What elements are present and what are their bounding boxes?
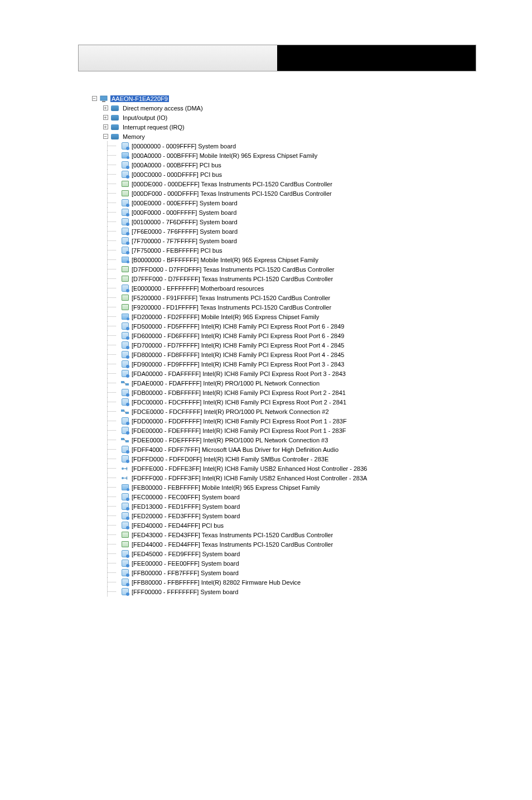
memory-range-label: [FD600000 - FD6FFFFF] Intel(R) ICH8 Fami… [132,332,344,339]
network-adapter-icon [120,407,129,416]
device-icon [120,388,129,397]
memory-resource-row[interactable]: [00000000 - 0009FFFF] System board [78,141,532,151]
collapse-icon[interactable]: − [100,132,110,141]
device-icon [120,521,129,530]
memory-resource-row[interactable]: [000A0000 - 000BFFFF] PCI bus [78,160,532,170]
display-adapter-icon [120,312,129,321]
memory-range-label: [FDA00000 - FDAFFFFF] Intel(R) ICH8 Fami… [132,370,346,377]
memory-resource-row[interactable]: [FEC00000 - FEC00FFF] System board [78,492,532,502]
memory-range-label: [000A0000 - 000BFFFF] PCI bus [132,162,221,168]
memory-resource-row[interactable]: [000C0000 - 000DFFFF] PCI bus [78,170,532,179]
memory-resource-row[interactable]: [FD600000 - FD6FFFFF] Intel(R) ICH8 Fami… [78,331,532,340]
svg-rect-3 [125,383,129,385]
device-icon [120,142,129,151]
device-icon [120,341,129,350]
memory-resource-row[interactable]: [FED13000 - FED1FFFF] System board [78,502,532,511]
header-right-panel [277,45,476,71]
device-icon [120,284,129,293]
memory-resource-row[interactable]: [7F6E0000 - 7F6FFFFF] System board [78,226,532,236]
svg-rect-1 [102,101,105,102]
hardware-category-icon [110,104,119,113]
memory-resource-row[interactable]: [FDE00000 - FDEFFFFF] Intel(R) ICH8 Fami… [78,426,532,435]
memory-range-label: [FD700000 - FD7FFFFF] Intel(R) ICH8 Fami… [132,342,344,349]
memory-resource-row[interactable]: [FDEE0000 - FDEFFFFF] Intel(R) PRO/1000 … [78,435,532,445]
category-row[interactable]: +Input/output (IO) [78,113,532,122]
memory-resource-row[interactable]: [F9200000 - FD1FFFFF] Texas Instruments … [78,302,532,312]
memory-resource-row[interactable]: [000DF000 - 000DFFFF] Texas Instruments … [78,189,532,198]
memory-resource-row[interactable]: [FD700000 - FD7FFFFF] Intel(R) ICH8 Fami… [78,340,532,350]
memory-resource-row[interactable]: [D7FFD000 - D7FFDFFF] Texas Instruments … [78,264,532,274]
memory-range-label: [FED13000 - FED1FFFF] System board [132,503,240,510]
memory-range-label: [FED40000 - FED44FFF] PCI bus [132,522,224,529]
memory-resource-row[interactable]: [FD200000 - FD2FFFFF] Mobile Intel(R) 96… [78,312,532,321]
root-label[interactable]: AAEON-F1EA220F9 [110,95,169,102]
memory-resource-row[interactable]: [FDFFF000 - FDFFF3FF] Intel(R) ICH8 Fami… [78,473,532,483]
display-adapter-icon [120,256,129,264]
hardware-category-icon [110,123,119,132]
memory-range-label: [FDFFF000 - FDFFF3FF] Intel(R) ICH8 Fami… [132,475,367,481]
memory-resource-row[interactable]: [FDFFD000 - FDFFD0FF] Intel(R) ICH8 Fami… [78,454,532,464]
memory-range-label: [FDFFE000 - FDFFE3FF] Intel(R) ICH8 Fami… [132,465,367,472]
device-icon [120,331,129,340]
svg-point-11 [122,468,124,470]
category-row[interactable]: +Direct memory access (DMA) [78,103,532,113]
memory-resource-row[interactable]: [FDAE0000 - FDAFFFFF] Intel(R) PRO/1000 … [78,378,532,388]
memory-resource-row[interactable]: [FFB00000 - FFB7FFFF] System board [78,568,532,577]
memory-range-label: [000DE000 - 000DEFFF] Texas Instruments … [132,181,332,187]
category-row[interactable]: −Memory [78,132,532,141]
memory-resource-row[interactable]: [FEB00000 - FEBFFFFF] Mobile Intel(R) 96… [78,483,532,492]
expand-icon[interactable]: + [100,113,110,122]
memory-resource-row[interactable]: [E0000000 - EFFFFFFF] Motherboard resour… [78,283,532,293]
memory-resource-row[interactable]: [FD500000 - FD5FFFFF] Intel(R) ICH8 Fami… [78,321,532,331]
memory-resource-row[interactable]: [FED20000 - FED3FFFF] System board [78,511,532,521]
category-row[interactable]: +Interrupt request (IRQ) [78,122,532,132]
memory-resource-row[interactable]: [F5200000 - F91FFFFF] Texas Instruments … [78,293,532,302]
memory-resource-row[interactable]: [FD800000 - FD8FFFFF] Intel(R) ICH8 Fami… [78,350,532,359]
memory-resource-row[interactable]: [FDFFE000 - FDFFE3FF] Intel(R) ICH8 Fami… [78,464,532,473]
svg-line-10 [124,439,125,441]
memory-resource-row[interactable]: [FDCE0000 - FDCFFFFF] Intel(R) PRO/1000 … [78,407,532,416]
svg-rect-6 [125,412,129,414]
memory-range-label: [FED45000 - FED9FFFF] System board [132,551,240,557]
memory-resource-row[interactable]: [7F700000 - 7F7FFFFF] System board [78,236,532,245]
memory-resource-row[interactable]: [D7FFF000 - D7FFFFFF] Texas Instruments … [78,274,532,283]
memory-resource-row[interactable]: [FED40000 - FED44FFF] PCI bus [78,521,532,530]
memory-resource-row[interactable]: [7F750000 - FEBFFFFF] PCI bus [78,245,532,255]
memory-resource-row[interactable]: [00100000 - 7F6DFFFF] System board [78,217,532,226]
memory-range-label: [FD500000 - FD5FFFFF] Intel(R) ICH8 Fami… [132,323,344,330]
memory-resource-row[interactable]: [FFF00000 - FFFFFFFF] System board [78,587,532,596]
memory-range-label: [FED20000 - FED3FFFF] System board [132,513,240,519]
memory-resource-row[interactable]: [FFB80000 - FFBFFFFF] Intel(R) 82802 Fir… [78,577,532,587]
display-adapter-icon [120,151,129,160]
tree-root-node[interactable]: − AAEON-F1EA220F9 [78,94,532,103]
memory-range-label: [000DF000 - 000DFFFF] Texas Instruments … [132,190,332,197]
memory-resource-row[interactable]: [FED43000 - FED43FFF] Texas Instruments … [78,530,532,539]
memory-range-label: [FDC00000 - FDCFFFFF] Intel(R) ICH8 Fami… [132,399,346,406]
expand-icon[interactable]: + [100,122,110,132]
memory-resource-row[interactable]: [B0000000 - BFFFFFFF] Mobile Intel(R) 96… [78,255,532,264]
category-label: Interrupt request (IRQ) [123,124,185,131]
memory-resource-row[interactable]: [FD900000 - FD9FFFFF] Intel(R) ICH8 Fami… [78,359,532,369]
device-icon [120,550,129,558]
memory-range-label: [FDFF4000 - FDFF7FFF] Microsoft UAA Bus … [132,446,338,453]
memory-range-label: [00100000 - 7F6DFFFF] System board [132,219,238,225]
memory-resource-row[interactable]: [FDC00000 - FDCFFFFF] Intel(R) ICH8 Fami… [78,397,532,407]
memory-resource-row[interactable]: [FDA00000 - FDAFFFFF] Intel(R) ICH8 Fami… [78,369,532,378]
memory-range-label: [FED43000 - FED43FFF] Texas Instruments … [132,532,333,538]
memory-resource-row[interactable]: [FEE00000 - FEE00FFF] System board [78,558,532,568]
memory-resource-row[interactable]: [000A0000 - 000BFFFF] Mobile Intel(R) 96… [78,151,532,160]
category-label: Input/output (IO) [123,114,167,121]
svg-line-7 [124,411,125,413]
memory-resource-row[interactable]: [000F0000 - 000FFFFF] System board [78,208,532,217]
memory-resource-row[interactable]: [FDD00000 - FDDFFFFF] Intel(R) ICH8 Fami… [78,416,532,426]
expand-icon[interactable]: + [100,103,110,113]
memory-resource-row[interactable]: [000E0000 - 000EFFFF] System board [78,198,532,208]
collapse-icon[interactable]: − [89,94,99,103]
memory-resource-row[interactable]: [FDFF4000 - FDFF7FFF] Microsoft UAA Bus … [78,445,532,454]
device-icon [120,568,129,577]
memory-resource-row[interactable]: [FED44000 - FED44FFF] Texas Instruments … [78,539,532,549]
hardware-category-icon [110,132,119,141]
memory-resource-row[interactable]: [000DE000 - 000DEFFF] Texas Instruments … [78,179,532,189]
memory-resource-row[interactable]: [FDB00000 - FDBFFFFF] Intel(R) ICH8 Fami… [78,388,532,397]
memory-resource-row[interactable]: [FED45000 - FED9FFFF] System board [78,549,532,558]
